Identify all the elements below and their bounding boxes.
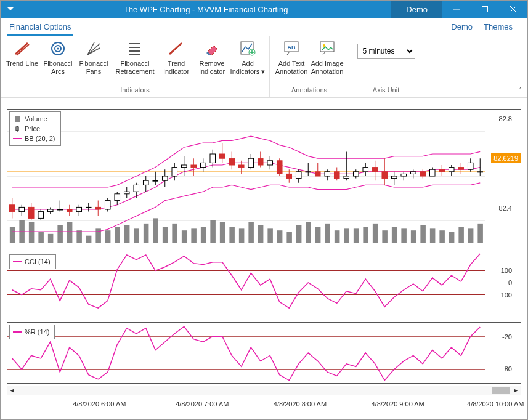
add-chart-icon (239, 40, 256, 57)
axis-unit-select[interactable]: 5 minutes (357, 44, 415, 59)
chevron-up-icon: ˄ (519, 87, 522, 94)
ribbon-tab-themes[interactable]: Themes (481, 18, 515, 36)
svg-rect-156 (353, 172, 359, 176)
svg-rect-164 (391, 176, 397, 179)
price-plot[interactable] (7, 110, 485, 243)
scroll-thumb[interactable] (492, 387, 510, 394)
svg-rect-80 (458, 227, 464, 243)
svg-rect-78 (439, 230, 445, 243)
williams-r-chart-panel[interactable]: %R (14) -20 -80 (7, 322, 521, 384)
svg-rect-82 (477, 224, 483, 243)
svg-rect-140 (277, 161, 282, 174)
svg-rect-62 (286, 232, 292, 243)
eraser-icon (203, 40, 221, 57)
svg-rect-162 (382, 172, 388, 179)
svg-rect-55 (220, 222, 225, 243)
minimize-button[interactable] (442, 1, 471, 18)
chevron-down-icon: ▾ (261, 68, 265, 75)
fibonacci-retracement-button[interactable]: Fibonacci Retracement (112, 39, 158, 76)
svg-rect-71 (373, 224, 378, 243)
svg-rect-43 (105, 230, 111, 243)
svg-rect-126 (210, 154, 216, 163)
svg-rect-67 (335, 230, 340, 243)
add-indicators-dropdown[interactable]: Add Indicators ▾ (230, 39, 266, 76)
svg-rect-142 (286, 174, 292, 178)
svg-rect-90 (38, 212, 44, 219)
chart-area: Volume Price BB (20, 2) 82.8 82.4 82.621… (1, 98, 527, 419)
ribbon-tab-demo[interactable]: Demo (449, 18, 475, 36)
cci-y-axis: 100 0 -100 (485, 252, 521, 313)
scroll-left-button[interactable]: ◄ (7, 386, 17, 395)
svg-text:AB: AB (288, 44, 296, 50)
fibonacci-fans-button[interactable]: Fibonacci Fans (76, 39, 112, 76)
svg-rect-120 (181, 165, 187, 168)
svg-rect-94 (57, 209, 63, 210)
svg-line-5 (17, 44, 29, 55)
svg-rect-180 (468, 163, 473, 169)
pctr-y-axis: -20 -80 (485, 323, 521, 383)
svg-rect-57 (239, 228, 245, 243)
svg-rect-76 (420, 225, 426, 243)
svg-rect-41 (86, 236, 92, 243)
ribbon: Trend Line Fibonacci Arcs Fibonacci Fans… (1, 36, 527, 98)
pctr-plot[interactable] (7, 323, 485, 383)
svg-rect-182 (477, 172, 483, 172)
trend-line-button[interactable]: Trend Line (4, 39, 40, 68)
quick-access-dropdown[interactable] (1, 6, 20, 12)
svg-rect-36 (38, 232, 44, 243)
cci-plot[interactable] (7, 252, 485, 313)
scroll-right-button[interactable]: ► (511, 386, 521, 395)
ribbon-group-label: Annotations (291, 86, 327, 96)
svg-rect-66 (325, 224, 330, 243)
svg-rect-40 (76, 230, 82, 243)
time-axis: 4/8/2020 6:00 AM 4/8/2020 7:00 AM 4/8/20… (7, 398, 521, 411)
maximize-button[interactable] (471, 1, 499, 18)
svg-rect-69 (354, 228, 359, 243)
svg-rect-49 (163, 227, 168, 243)
svg-rect-65 (315, 227, 321, 243)
svg-rect-134 (248, 158, 254, 167)
svg-rect-47 (144, 224, 149, 243)
ribbon-tab-strip: Financial Options Demo Themes (1, 18, 527, 36)
svg-line-26 (323, 52, 325, 55)
remove-indicator-button[interactable]: Remove Indicator (194, 39, 230, 76)
svg-rect-81 (468, 228, 474, 243)
svg-rect-172 (429, 169, 435, 176)
time-scrollbar[interactable]: ◄ ► (7, 386, 521, 395)
cci-chart-panel[interactable]: CCI (14) 100 0 -100 (7, 252, 521, 313)
svg-rect-70 (363, 227, 368, 243)
svg-rect-59 (258, 225, 264, 243)
svg-rect-108 (124, 192, 129, 194)
add-image-annotation-button[interactable]: Add Image Annotation (309, 39, 345, 76)
price-y-axis: 82.8 82.4 82.6219 (485, 110, 521, 243)
svg-rect-166 (401, 174, 407, 176)
title-bar: The WPF Charting - MVVM Financial Charti… (1, 1, 527, 18)
close-button[interactable] (499, 1, 527, 18)
svg-rect-160 (372, 168, 378, 172)
image-annotation-icon (319, 40, 336, 57)
svg-rect-75 (411, 230, 416, 243)
svg-rect-50 (172, 224, 177, 243)
ribbon-collapse-button[interactable]: ˄ (519, 87, 522, 95)
fibonacci-fans-icon (85, 40, 102, 57)
svg-rect-48 (153, 218, 158, 243)
svg-rect-106 (115, 194, 120, 201)
svg-rect-38 (57, 225, 63, 243)
svg-rect-100 (86, 207, 91, 208)
add-text-annotation-button[interactable]: AB Add Text Annotation (274, 39, 309, 76)
ribbon-group-annotations: AB Add Text Annotation Add Image Annotat… (270, 36, 349, 97)
svg-rect-56 (229, 227, 235, 243)
trend-indicator-button[interactable]: Trend Indicator (158, 39, 194, 76)
fibonacci-arcs-button[interactable]: Fibonacci Arcs (40, 39, 76, 76)
svg-rect-77 (430, 228, 436, 243)
svg-rect-96 (67, 209, 72, 212)
svg-rect-150 (325, 172, 330, 176)
svg-rect-136 (258, 158, 263, 165)
svg-rect-176 (449, 168, 454, 172)
context-tab-demo[interactable]: Demo (391, 1, 442, 18)
price-chart-panel[interactable]: Volume Price BB (20, 2) 82.8 82.4 82.621… (7, 109, 521, 243)
svg-rect-104 (105, 201, 110, 209)
ribbon-tab-financial-options[interactable]: Financial Options (7, 18, 73, 36)
ribbon-group-axis-unit: 5 minutes Axis Unit (349, 36, 423, 97)
svg-rect-158 (363, 168, 368, 172)
